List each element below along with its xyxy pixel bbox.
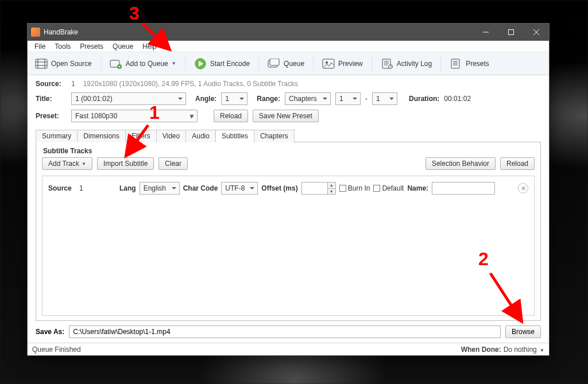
range-to-select[interactable]: 1 (372, 92, 397, 105)
range-from-value: 1 (339, 95, 343, 103)
open-source-button[interactable]: Open Source (30, 55, 97, 73)
titlebar: HandBrake (28, 24, 549, 41)
range-from-select[interactable]: 1 (335, 92, 361, 105)
checkbox-box (373, 185, 380, 192)
range-sep: - (365, 95, 368, 103)
source-index: 1 (71, 80, 75, 88)
preset-reload-button[interactable]: Reload (214, 110, 248, 122)
angle-select[interactable]: 1 (221, 92, 247, 105)
queue-button[interactable]: Queue (262, 55, 310, 73)
range-label: Range: (257, 95, 280, 103)
close-button[interactable] (524, 24, 549, 40)
title-select[interactable]: 1 (00:01:02) (71, 92, 186, 105)
track-charcode-select[interactable]: UTF-8 (221, 182, 258, 195)
burnin-checkbox[interactable]: Burn In (339, 184, 370, 192)
browse-button[interactable]: Browse (505, 325, 541, 338)
track-charcode-label: Char Code (183, 184, 218, 192)
when-done-select[interactable]: Do nothing ▼ (504, 346, 544, 354)
svg-rect-0 (509, 30, 514, 35)
preset-select[interactable]: Fast 1080p30 ▸ (71, 110, 198, 122)
range-type-value: Chapters (289, 95, 317, 103)
track-name-input[interactable] (432, 182, 495, 195)
menu-tools[interactable]: Tools (50, 41, 75, 52)
queue-icon (268, 58, 280, 69)
add-to-queue-label: Add to Queue (126, 60, 168, 68)
queue-label: Queue (284, 60, 304, 68)
play-icon (194, 58, 207, 69)
start-encode-button[interactable]: Start Encode (189, 55, 255, 73)
track-name-label: Name: (407, 184, 428, 192)
svg-point-8 (326, 61, 328, 64)
menu-file[interactable]: File (30, 41, 50, 52)
track-source-label: Source (48, 184, 76, 192)
tabs: Summary Dimensions Filters Video Audio S… (36, 129, 541, 142)
menu-help[interactable]: Help (138, 41, 161, 52)
presets-button[interactable]: Presets (444, 55, 494, 73)
source-row: Source: 1 1920x1080 (1920x1080), 24.99 F… (36, 80, 541, 88)
minimize-button[interactable] (473, 24, 498, 40)
import-subtitle-button[interactable]: Import Subtitle (97, 157, 154, 170)
default-label: Default (382, 184, 404, 192)
track-source-value: 1 (79, 184, 87, 192)
add-to-queue-button[interactable]: Add to Queue ▼ (105, 55, 181, 73)
preset-value: Fast 1080p30 (75, 112, 117, 120)
tab-chapters[interactable]: Chapters (254, 130, 295, 142)
tab-video[interactable]: Video (156, 130, 186, 142)
presets-toolbar-label: Presets (466, 60, 489, 68)
track-offset-label: Offset (ms) (261, 184, 297, 192)
preview-label: Preview (338, 60, 363, 68)
track-lang-select[interactable]: English (140, 182, 180, 195)
source-label: Source: (36, 80, 67, 88)
selection-behavior-button[interactable]: Selection Behavior (425, 157, 496, 170)
menu-presets[interactable]: Presets (75, 41, 108, 52)
activity-log-button[interactable]: Activity Log (376, 55, 437, 73)
save-as-label: Save As: (36, 328, 64, 336)
when-done-label: When Done: (461, 346, 501, 354)
range-type-select[interactable]: Chapters (285, 92, 331, 105)
track-offset-field[interactable] (302, 183, 327, 194)
track-list: Source 1 Lang English Char Code UTF-8 Of… (42, 176, 535, 316)
preset-row: Preset: Fast 1080p30 ▸ Reload Save New P… (36, 110, 541, 122)
status-left: Queue Finished (32, 346, 81, 354)
window-title: HandBrake (44, 28, 78, 36)
chevron-down-icon: ▼ (172, 61, 176, 66)
preview-icon (322, 58, 335, 69)
remove-track-button[interactable]: ✕ (518, 183, 528, 193)
activity-log-label: Activity Log (397, 60, 432, 68)
duration-value: 00:01:02 (444, 95, 471, 103)
add-track-button[interactable]: Add Track ▼ (42, 157, 92, 170)
svg-rect-1 (36, 59, 47, 68)
statusbar: Queue Finished When Done: Do nothing ▼ (28, 343, 549, 355)
maximize-button[interactable] (498, 24, 524, 40)
clear-button[interactable]: Clear (158, 157, 188, 170)
tab-filters[interactable]: Filters (125, 130, 157, 142)
tab-summary[interactable]: Summary (36, 130, 78, 142)
menu-queue[interactable]: Queue (108, 41, 138, 52)
angle-label: Angle: (195, 95, 216, 103)
offset-spinners[interactable]: ▲▼ (327, 183, 335, 194)
chevron-right-icon: ▸ (191, 113, 194, 119)
tab-dimensions[interactable]: Dimensions (77, 130, 126, 142)
save-as-path[interactable] (69, 325, 501, 338)
save-new-preset-button[interactable]: Save New Preset (253, 110, 319, 122)
title-label: Title: (36, 95, 67, 103)
tab-audio[interactable]: Audio (185, 130, 216, 142)
preview-button[interactable]: Preview (317, 55, 368, 73)
when-done-value: Do nothing (504, 346, 537, 354)
subtitle-buttons-row: Add Track ▼ Import Subtitle Clear Select… (42, 157, 535, 170)
film-icon (35, 58, 48, 69)
open-source-label: Open Source (51, 60, 92, 68)
track-row: Source 1 Lang English Char Code UTF-8 Of… (48, 182, 528, 195)
svg-rect-11 (451, 59, 459, 68)
tab-subtitles[interactable]: Subtitles (215, 130, 254, 142)
track-offset-input[interactable]: ▲▼ (301, 182, 336, 195)
track-charcode-value: UTF-8 (225, 184, 245, 192)
default-checkbox[interactable]: Default (373, 184, 404, 192)
subtitles-reload-button[interactable]: Reload (500, 157, 535, 170)
app-window: HandBrake File Tools Presets Queue Help … (27, 23, 550, 356)
app-icon (31, 28, 40, 37)
close-icon: ✕ (521, 185, 526, 192)
title-row: Title: 1 (00:01:02) Angle: 1 Range: Chap… (36, 92, 541, 105)
toolbar: Open Source Add to Queue ▼ Start Encode … (28, 52, 549, 75)
add-track-label: Add Track (48, 160, 79, 168)
